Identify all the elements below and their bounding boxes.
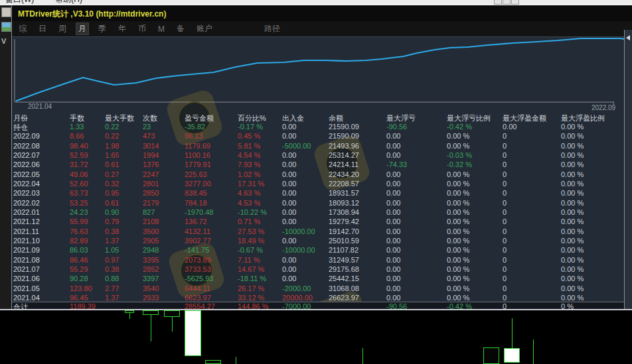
column-header: 盈亏金额: [185, 113, 214, 123]
candle-wick: [151, 315, 151, 341]
toolbar-item-月[interactable]: 月: [76, 23, 89, 35]
toolbar-item-账户[interactable]: 账户: [194, 23, 215, 35]
cell-value: 123.80: [70, 284, 92, 292]
window-minimize-button[interactable]: [494, 0, 502, 5]
monthly-stats-table: 月份手数最大手数次数盈亏金额百分比%出入金余额最大浮亏最大浮亏比例最大浮盈金额最…: [12, 112, 624, 310]
row-label: 2021.09: [13, 246, 40, 254]
candle-body: [483, 347, 499, 364]
cell-value: 1.37: [105, 294, 119, 302]
cell-value: 96.45: [70, 294, 88, 302]
panel-icon[interactable]: [1, 7, 11, 17]
candlestick-chart: [0, 310, 632, 364]
cell-value: 2933: [143, 294, 159, 302]
toolbar-item-备[interactable]: 备: [174, 23, 187, 35]
cell-value: 0.00 %: [561, 199, 584, 207]
cell-value: 784.18: [185, 199, 207, 207]
toolbar-item-日[interactable]: 日: [36, 23, 49, 35]
cell-value: 6444.11: [185, 284, 210, 292]
image-icon[interactable]: [1, 22, 11, 32]
candle-body: [125, 310, 134, 313]
row-label: 2021.12: [13, 217, 40, 225]
window-restore-button[interactable]: [503, 0, 511, 5]
cell-value: 23: [143, 123, 151, 131]
cell-value: -5625.93: [185, 274, 213, 282]
cell-value: 1.05: [105, 246, 119, 254]
toolbar-item-周[interactable]: 周: [56, 23, 69, 35]
cell-value: 0.00: [282, 160, 296, 168]
cell-value: 0.00 %: [561, 142, 584, 150]
cell-value: 0.00 %: [447, 256, 469, 264]
cell-value: 0.00 %: [447, 132, 469, 140]
cell-value: 0.00: [282, 265, 296, 273]
cell-value: 90.28: [70, 274, 88, 282]
cell-value: 22208.57: [329, 180, 359, 188]
row-label: 2021.10: [13, 237, 40, 245]
cell-value: 0.00: [386, 256, 400, 264]
menu-item[interactable]: 窗口(W): [5, 0, 34, 5]
cell-value: 0.00: [282, 151, 296, 159]
cell-value: 0.00 %: [447, 142, 469, 150]
candle-body: [504, 348, 520, 363]
cell-value: 0.00: [282, 274, 296, 282]
menu-items: 窗口(W)帮助(H): [5, 0, 82, 5]
cell-value: 0.00: [282, 123, 296, 131]
column-header: 出入金: [282, 113, 304, 123]
cell-value: 0.00: [386, 189, 400, 197]
cell-value: 0.00: [386, 208, 400, 216]
toolbar: 综日周月季年币M备账户路径: [12, 21, 632, 36]
cell-value: 0.00 %: [447, 265, 469, 273]
cell-value: 20000.00: [282, 294, 313, 302]
cell-value: 0.00 %: [447, 170, 469, 178]
cell-value: 0.00: [282, 217, 296, 225]
candle-body: [164, 310, 180, 317]
toolbar-item-年[interactable]: 年: [116, 23, 129, 35]
toolbar-item-M[interactable]: M: [155, 24, 167, 34]
app-window: 窗口(W)帮助(H) V MTDriver统计 ,V3.10 (http://m…: [0, 0, 632, 364]
cell-value: 2948: [143, 246, 159, 254]
cell-value: 96.13: [185, 132, 203, 140]
cell-value: 21493.96: [329, 142, 359, 150]
cell-value: 0.27: [105, 170, 119, 178]
toolbar-item-路径[interactable]: 路径: [262, 23, 283, 35]
table-row: 2022.0549.060.272247225.631.02 %0.002243…: [12, 170, 624, 180]
cell-value: 225.63: [185, 170, 207, 178]
equity-polyline: [17, 38, 624, 101]
cell-value: 0.00: [503, 123, 516, 131]
cell-value: 98.40: [70, 142, 88, 150]
indicator-title: MTDriver统计 ,V3.10 (http://mtdriver.cn): [18, 9, 166, 20]
vertical-scrollbar[interactable]: [624, 30, 632, 309]
cell-value: 3397: [143, 274, 159, 282]
table-row: 2022.0752.591.6519941100.164.54 %0.00253…: [12, 151, 624, 160]
toolbar-item-币[interactable]: 币: [135, 23, 149, 35]
column-header: 手数: [70, 113, 84, 123]
v-icon[interactable]: V: [1, 37, 10, 46]
cell-value: 0.00 %: [447, 284, 469, 292]
window-close-button[interactable]: [511, 0, 519, 5]
cell-value: 0: [503, 151, 507, 159]
cell-value: 0.00: [386, 217, 400, 225]
cell-value: 55.29: [70, 265, 88, 273]
cell-value: 31.72: [70, 160, 88, 168]
cell-value: 18093.12: [329, 199, 359, 207]
cell-value: 17308.94: [329, 208, 359, 216]
cell-value: 4.53 %: [238, 199, 260, 207]
toolbar-item-综[interactable]: 综: [16, 23, 29, 35]
cell-value: 52.59: [70, 151, 88, 159]
toolbar-item-季[interactable]: 季: [96, 23, 109, 35]
cell-value: 0: [503, 237, 507, 245]
cell-value: 4.63 %: [238, 189, 260, 197]
menu-item[interactable]: 帮助(H): [55, 0, 82, 5]
cell-value: -5000.00: [282, 142, 311, 150]
cell-value: 0: [503, 265, 507, 273]
scrollbar-arrow-icon[interactable]: [626, 35, 630, 40]
row-label: 2021.11: [13, 227, 39, 235]
cell-value: 0.32: [105, 180, 119, 188]
indicator-title-bar: MTDriver统计 ,V3.10 (http://mtdriver.cn): [12, 5, 632, 21]
cell-value: -90.56: [386, 123, 407, 131]
menu-bar: 窗口(W)帮助(H): [0, 0, 632, 5]
cell-value: 0.00 %: [561, 170, 584, 178]
cell-value: 24214.11: [329, 160, 358, 168]
cell-value: 19142.70: [329, 227, 359, 235]
cell-value: 0: [503, 170, 507, 178]
cell-value: 0.00: [386, 227, 400, 235]
